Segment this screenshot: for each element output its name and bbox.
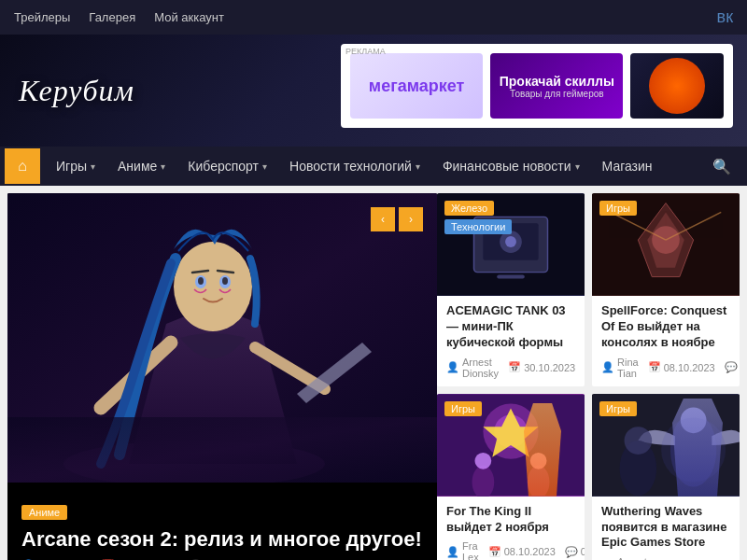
- ad-product-image: [649, 58, 705, 114]
- card-meta-acemagic: 👤 Arnest Dionsky 📅 30.10.2023 💬 0: [446, 357, 575, 379]
- gallery-link[interactable]: Галерея: [89, 10, 135, 24]
- logo-text: Керубим: [19, 74, 134, 107]
- user-icon: 👤: [601, 361, 614, 373]
- megamarket-ad[interactable]: мегамаркет: [350, 53, 483, 119]
- featured-title[interactable]: Arcane сезон 2: релиз и многое другое!: [21, 527, 423, 552]
- card-date-fortheking: 📅 08.10.2023: [488, 546, 556, 558]
- featured-article[interactable]: ‹ › Аниме Arcane сезон 2: релиз и многое…: [7, 193, 437, 560]
- vk-icon[interactable]: вк: [717, 7, 733, 27]
- svg-point-18: [505, 236, 516, 247]
- card-author-spellforce: 👤 Rina Tian: [601, 357, 639, 379]
- card-body-spellforce: SpellForce: Conquest Of Eo выйдет на кон…: [592, 296, 740, 386]
- card-meta-spellforce: 👤 Rina Tian 📅 08.10.2023 💬 0: [601, 357, 730, 379]
- card-tag-games[interactable]: Игры: [444, 401, 482, 416]
- dropdown-arrow: ▾: [262, 161, 267, 172]
- nav-item-esports[interactable]: Киберспорт ▾: [176, 147, 278, 186]
- user-icon: 👤: [446, 546, 459, 558]
- trailers-link[interactable]: Трейлеры: [14, 10, 70, 24]
- card-date-acemagic: 📅 30.10.2023: [508, 361, 575, 373]
- card-spellforce[interactable]: Игры SpellForce: Conquest Of Eo выйдет н…: [592, 193, 740, 386]
- card-date-spellforce: 📅 08.10.2023: [648, 361, 715, 373]
- card-body-fortheking: For The King II выйдет 2 ноября 👤 Fra Le…: [437, 497, 585, 560]
- svg-point-31: [474, 453, 491, 469]
- dropdown-arrow: ▾: [575, 161, 580, 172]
- card-image-fortheking: Игры: [437, 394, 585, 497]
- featured-category-tag[interactable]: Аниме: [21, 505, 67, 520]
- ad-right-image: [630, 53, 724, 119]
- calendar-icon: 📅: [648, 361, 661, 373]
- home-button[interactable]: ⌂: [5, 148, 40, 184]
- svg-point-38: [625, 427, 653, 455]
- calendar-icon: 📅: [488, 546, 501, 558]
- svg-rect-19: [497, 275, 525, 279]
- card-comments-spellforce: 💬 0: [725, 361, 740, 373]
- card-tag-hardware[interactable]: Железо: [444, 201, 494, 216]
- card-title-spellforce[interactable]: SpellForce: Conquest Of Eo выйдет на кон…: [601, 303, 730, 351]
- card-title-acemagic[interactable]: ACEMAGIC TANK 03 — мини-ПК кубической фо…: [446, 303, 575, 351]
- card-body-wuthering-waves: Wuthering Waves появится в магазине Epic…: [592, 497, 740, 560]
- featured-character-art: [7, 193, 437, 483]
- card-author-fortheking: 👤 Fra Lex: [446, 540, 479, 560]
- comment-icon: 💬: [725, 361, 738, 373]
- card-image-spellforce: Игры: [592, 193, 740, 296]
- carousel-prev-button[interactable]: ‹: [371, 207, 395, 231]
- megamarket-text: мегамаркет: [369, 77, 465, 96]
- featured-article-info: Аниме Arcane сезон 2: релиз и многое дру…: [7, 490, 437, 560]
- promo-ad[interactable]: Прокачай скиллы Товары для геймеров: [490, 53, 623, 119]
- svg-point-39: [661, 417, 726, 482]
- site-header: Керубим РЕКЛАМА мегамаркет Прокачай скил…: [0, 35, 747, 147]
- user-icon: 👤: [446, 361, 459, 373]
- card-tag-games[interactable]: Игры: [599, 201, 637, 216]
- svg-point-32: [528, 465, 550, 496]
- promo-subtitle: Товары для геймеров: [510, 89, 604, 99]
- svg-point-36: [681, 407, 707, 433]
- dropdown-arrow: ▾: [161, 161, 165, 172]
- promo-title: Прокачай скиллы: [500, 74, 614, 89]
- carousel-next-button[interactable]: ›: [399, 207, 423, 231]
- card-author-wuthering-waves: 👤 Arnest Dionsky: [601, 556, 654, 560]
- svg-point-6: [174, 242, 252, 331]
- site-logo[interactable]: Керубим: [0, 74, 153, 108]
- cards-grid: Железо Технологии ACEMAGIC TANK 03 — мин…: [437, 193, 740, 560]
- svg-point-33: [530, 453, 547, 469]
- account-link[interactable]: Мой аккаунт: [154, 10, 224, 24]
- card-tag-tech[interactable]: Технологии: [444, 219, 512, 234]
- nav-items: Игры ▾ Аниме ▾ Киберспорт ▾ Новости техн…: [45, 147, 701, 186]
- svg-point-9: [198, 277, 204, 285]
- dropdown-arrow: ▾: [91, 161, 95, 172]
- advertisement-banner: РЕКЛАМА мегамаркет Прокачай скиллы Товар…: [341, 44, 733, 128]
- top-nav-links: Трейлеры Галерея Мой аккаунт: [14, 10, 224, 24]
- card-tag-games[interactable]: Игры: [599, 401, 637, 416]
- card-title-wuthering-waves[interactable]: Wuthering Waves появится в магазине Epic…: [601, 504, 730, 552]
- main-navigation: ⌂ Игры ▾ Аниме ▾ Киберспорт ▾ Новости те…: [0, 147, 747, 186]
- calendar-icon: 📅: [508, 361, 521, 373]
- card-fortheking[interactable]: Игры For The King II выйдет 2 ноября: [437, 394, 585, 560]
- card-meta-wuthering-waves: 👤 Arnest Dionsky 📅 27.08.2023 💬 0: [601, 556, 730, 560]
- svg-point-10: [222, 277, 228, 285]
- comment-icon: 💬: [565, 546, 578, 558]
- search-button[interactable]: 🔍: [701, 158, 742, 175]
- top-navigation: Трейлеры Галерея Мой аккаунт вк: [0, 0, 747, 35]
- ad-label: РЕКЛАМА: [345, 47, 386, 56]
- nav-item-tech-news[interactable]: Новости технологий ▾: [278, 147, 431, 186]
- card-image-wuthering-waves: Игры: [592, 394, 740, 497]
- featured-image: [7, 193, 437, 483]
- card-meta-fortheking: 👤 Fra Lex 📅 08.10.2023 💬 0: [446, 540, 575, 560]
- nav-item-shop[interactable]: Магазин: [591, 147, 664, 186]
- nav-item-games[interactable]: Игры ▾: [45, 147, 106, 186]
- dropdown-arrow: ▾: [416, 161, 420, 172]
- card-comments-fortheking: 💬 0: [565, 546, 585, 558]
- card-wuthering-waves[interactable]: Игры Wuthering Waves появитс: [592, 394, 740, 560]
- nav-item-finance-news[interactable]: Финансовые новости ▾: [431, 147, 591, 186]
- svg-point-35: [670, 413, 716, 486]
- card-title-fortheking[interactable]: For The King II выйдет 2 ноября: [446, 504, 575, 536]
- card-body-acemagic: ACEMAGIC TANK 03 — мини-ПК кубической фо…: [437, 296, 585, 386]
- main-content: ‹ › Аниме Arcane сезон 2: релиз и многое…: [0, 186, 747, 560]
- card-author-acemagic: 👤 Arnest Dionsky: [446, 357, 499, 379]
- nav-item-anime[interactable]: Аниме ▾: [106, 147, 176, 186]
- card-image-acemagic: Железо Технологии: [437, 193, 585, 296]
- card-acemagic[interactable]: Железо Технологии ACEMAGIC TANK 03 — мин…: [437, 193, 585, 386]
- svg-rect-13: [7, 417, 437, 483]
- carousel-navigation: ‹ ›: [371, 207, 423, 231]
